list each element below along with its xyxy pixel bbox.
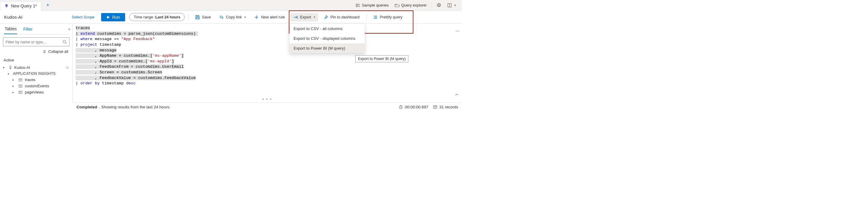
resize-handle[interactable]: ● ● ● bbox=[73, 97, 462, 101]
tree-leaf-pageviews[interactable]: ▸ pageViews bbox=[3, 89, 69, 95]
copy-link-button[interactable]: Copy link ▾ bbox=[216, 13, 249, 21]
prettify-icon bbox=[373, 15, 378, 20]
collapse-all-icon bbox=[42, 50, 46, 54]
export-csv-displayed[interactable]: Export to CSV - displayed columns bbox=[289, 34, 365, 43]
svg-line-3 bbox=[65, 43, 67, 44]
caret-right-icon: ▸ bbox=[12, 78, 16, 81]
tree: Active ▾ Kudos-AI ☆ ▾ APPLICATION INSIGH… bbox=[3, 56, 69, 95]
tree-group[interactable]: ▾ APPLICATION INSIGHTS bbox=[3, 71, 69, 77]
caret-right-icon: ▸ bbox=[12, 91, 16, 94]
pin-icon bbox=[323, 15, 328, 20]
caret-down-icon: ▾ bbox=[3, 66, 6, 69]
status-time: 00:00:00.697 bbox=[399, 105, 428, 109]
collapse-sidebar-icon[interactable]: « bbox=[68, 27, 69, 31]
search-icon bbox=[63, 40, 67, 44]
export-csv-all[interactable]: Export to CSV - all columns bbox=[289, 24, 365, 34]
add-tab-button[interactable]: + bbox=[42, 2, 53, 8]
tree-heading: Active bbox=[3, 57, 69, 64]
gear-icon bbox=[436, 3, 441, 8]
tab-bar: New Query 1* + Sample queries Query expl… bbox=[0, 0, 462, 11]
favorite-icon[interactable]: ☆ bbox=[65, 65, 69, 70]
chevron-down-icon: ▾ bbox=[314, 16, 315, 19]
plus-icon bbox=[254, 15, 259, 20]
tab-title: New Query 1* bbox=[11, 4, 37, 8]
table-icon bbox=[19, 90, 23, 94]
caret-right-icon: ▸ bbox=[12, 84, 16, 88]
prettify-button[interactable]: Prettify query bbox=[370, 13, 406, 21]
query-explorer-button[interactable]: Query explorer bbox=[392, 2, 429, 9]
status-msg: . Showing results from the last 24 hours… bbox=[99, 105, 170, 109]
svg-rect-7 bbox=[19, 85, 22, 87]
link-icon bbox=[219, 15, 224, 20]
pin-button[interactable]: Pin to dashboard bbox=[320, 13, 362, 21]
collapse-editor-icon[interactable]: — bbox=[456, 29, 459, 33]
export-button[interactable]: Export ▾ bbox=[290, 13, 318, 21]
svg-rect-10 bbox=[19, 91, 22, 93]
new-alert-button[interactable]: New alert rule bbox=[251, 13, 288, 21]
time-range-picker[interactable]: Time range : Last 24 hours bbox=[129, 13, 185, 21]
status-records: 31 records bbox=[433, 105, 458, 109]
chevron-down-icon: ▾ bbox=[244, 16, 246, 19]
select-scope-link[interactable]: Select Scope bbox=[68, 15, 99, 19]
table-icon bbox=[433, 105, 437, 109]
tree-leaf-traces[interactable]: ▸ traces bbox=[3, 77, 69, 83]
lightbulb-icon bbox=[8, 65, 12, 69]
folder-open-icon bbox=[395, 3, 399, 8]
book-icon bbox=[447, 3, 452, 8]
app-title: Kudos-AI bbox=[3, 14, 65, 20]
sidebar: Tables Filter « Collapse all Active ▾ Ku… bbox=[0, 24, 73, 102]
table-icon bbox=[19, 78, 23, 82]
collapse-all-button[interactable]: Collapse all bbox=[3, 46, 69, 56]
run-button[interactable]: Run bbox=[101, 13, 125, 21]
lightbulb-icon bbox=[4, 4, 9, 8]
status-bar: Completed . Showing results from the las… bbox=[73, 102, 462, 111]
main-content: Tables Filter « Collapse all Active ▾ Ku… bbox=[0, 24, 462, 102]
settings-button[interactable] bbox=[434, 2, 444, 9]
list-icon bbox=[355, 3, 360, 8]
query-tab[interactable]: New Query 1* bbox=[0, 1, 41, 11]
export-icon bbox=[293, 15, 298, 20]
panels-button[interactable]: ▾ bbox=[445, 2, 458, 9]
filter-input-wrapper[interactable] bbox=[3, 37, 69, 46]
table-icon bbox=[19, 84, 23, 88]
play-icon bbox=[106, 16, 110, 19]
stopwatch-icon bbox=[399, 105, 403, 109]
save-button[interactable]: Save bbox=[192, 13, 214, 21]
chevron-down-icon: ▾ bbox=[454, 4, 456, 7]
editor-wrap: traces | extend customdims = parse_json(… bbox=[73, 24, 462, 102]
svg-rect-4 bbox=[19, 78, 22, 81]
filter-input[interactable] bbox=[6, 40, 61, 44]
expand-results-icon[interactable]: ︽ bbox=[455, 91, 459, 96]
sidebar-tab-tables[interactable]: Tables bbox=[4, 24, 17, 34]
export-dropdown: Export to CSV - all columns Export to CS… bbox=[289, 24, 365, 53]
tooltip: Export to Power BI (M query) bbox=[355, 55, 408, 62]
status-completed: Completed bbox=[76, 105, 97, 109]
toolbar: Kudos-AI Select Scope Run Time range : L… bbox=[0, 11, 462, 24]
tree-root[interactable]: ▾ Kudos-AI ☆ bbox=[3, 64, 69, 71]
svg-point-2 bbox=[63, 40, 66, 43]
sample-queries-button[interactable]: Sample queries bbox=[353, 2, 391, 9]
tree-leaf-customevents[interactable]: ▸ customEvents bbox=[3, 83, 69, 89]
export-powerbi[interactable]: Export to Power BI (M query) bbox=[289, 43, 365, 53]
caret-down-icon: ▾ bbox=[8, 72, 11, 76]
sidebar-tab-filter[interactable]: Filter bbox=[23, 24, 33, 34]
save-icon bbox=[195, 15, 200, 20]
